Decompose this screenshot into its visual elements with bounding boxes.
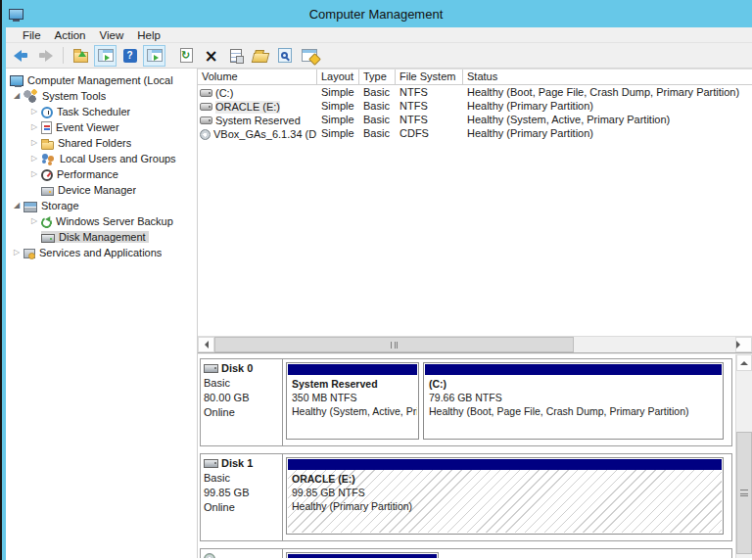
chevron-collapsed-icon[interactable]: ▷ xyxy=(27,135,41,151)
menu-view[interactable]: View xyxy=(93,28,131,42)
partition-color-bar xyxy=(288,364,417,375)
disk-2-label[interactable] xyxy=(201,549,283,558)
sidebar-item-local-users-groups[interactable]: ▷ Local Users and Groups xyxy=(6,151,197,166)
disk-kind: Basic xyxy=(204,376,279,391)
chevron-collapsed-icon[interactable]: ▷ xyxy=(27,213,41,229)
sidebar-item-performance[interactable]: ▷ Performance xyxy=(6,166,197,182)
scrollbar-thumb[interactable] xyxy=(736,432,752,554)
sidebar-item-label: Device Manager xyxy=(58,184,136,196)
table-row[interactable]: VBox_GAs_6.1.34 (D:) Simple Basic CDFS H… xyxy=(198,127,752,141)
sidebar-item-label: Windows Server Backup xyxy=(56,215,173,227)
chevron-expanded-icon[interactable]: ◢ xyxy=(10,88,24,104)
volume-name: VBox_GAs_6.1.34 (D:) xyxy=(213,128,317,141)
drive-icon xyxy=(200,117,212,124)
disk-1-label[interactable]: Disk 1 Basic 99.85 GB Online xyxy=(201,454,283,540)
refresh-button[interactable]: ↻ xyxy=(175,45,198,67)
column-header-layout[interactable]: Layout xyxy=(317,70,359,84)
disk-0-label[interactable]: Disk 0 Basic 80.00 GB Online xyxy=(201,359,283,445)
column-header-volume[interactable]: Volume xyxy=(198,70,317,84)
scroll-up-button[interactable] xyxy=(736,354,752,371)
volume-list-body: (C:) Simple Basic NTFS Healthy (Boot, Pa… xyxy=(198,85,752,336)
thumb-grip xyxy=(391,342,398,349)
console-window-button[interactable] xyxy=(298,45,320,67)
disk-0-partitions: System Reserved 350 MB NTFS Healthy (Sys… xyxy=(283,359,731,445)
scroll-up-icon xyxy=(740,357,748,365)
scroll-right-button[interactable] xyxy=(735,337,752,352)
toolbar-separator xyxy=(63,47,64,64)
help-button[interactable]: ? xyxy=(118,45,141,67)
volume-name: System Reserved xyxy=(215,115,301,127)
disk-name: Disk 0 xyxy=(221,361,253,376)
chevron-expanded-icon[interactable]: ◢ xyxy=(10,198,24,213)
sidebar-item-device-manager[interactable]: Device Manager xyxy=(6,182,197,198)
partition-color-bar xyxy=(288,554,437,558)
find-button[interactable] xyxy=(273,45,296,67)
disk-kind: Basic xyxy=(204,471,279,486)
details-area: Volume Layout Type File System Status (C… xyxy=(198,69,752,558)
up-folder-button[interactable] xyxy=(70,45,92,67)
device-manager-icon xyxy=(41,187,54,196)
console-window-icon xyxy=(302,49,317,62)
partition-c[interactable]: (C:) 79.66 GB NTFS Healthy (Boot, Page F… xyxy=(423,362,724,440)
disk-state: Online xyxy=(204,500,279,515)
console-tree-panel: Computer Management (Local ◢ System Tool… xyxy=(6,69,198,558)
column-header-type[interactable]: Type xyxy=(359,70,396,84)
partition-detail: 350 MB NTFS xyxy=(292,391,413,404)
sidebar-item-event-viewer[interactable]: ▷ Event Viewer xyxy=(6,119,197,135)
window-border xyxy=(2,0,6,560)
back-button[interactable] xyxy=(10,45,32,67)
partition-color-bar xyxy=(425,364,722,375)
partition-system-reserved[interactable]: System Reserved 350 MB NTFS Healthy (Sys… xyxy=(286,362,419,440)
column-header-status[interactable]: Status xyxy=(463,70,752,84)
column-header-file-system[interactable]: File System xyxy=(396,70,463,84)
sidebar-item-task-scheduler[interactable]: ▷ Task Scheduler xyxy=(6,104,197,119)
scrollbar-thumb[interactable] xyxy=(214,337,574,352)
table-row[interactable]: ORACLE (E:) Simple Basic NTFS Healthy (P… xyxy=(198,100,752,114)
partition-color-bar xyxy=(288,459,722,470)
sidebar-item-windows-server-backup[interactable]: ▷ Windows Server Backup xyxy=(6,213,197,229)
menu-action[interactable]: Action xyxy=(48,28,93,42)
disk-row-2-partial xyxy=(200,548,732,558)
sidebar-item-disk-management[interactable]: Disk Management xyxy=(6,229,197,245)
volume-name: (C:) xyxy=(215,87,233,100)
tree-selection: Disk Management xyxy=(41,231,149,243)
drive-icon xyxy=(200,103,212,111)
delete-button[interactable]: × xyxy=(200,45,222,67)
sidebar-item-label: Local Users and Groups xyxy=(60,153,176,164)
menu-help[interactable]: Help xyxy=(130,28,167,42)
disk-1-partitions: ORACLE (E:) 99.85 GB NTFS Healthy (Prima… xyxy=(283,454,731,540)
chevron-collapsed-icon[interactable]: ▷ xyxy=(10,245,24,260)
partition-title: ORACLE (E:) xyxy=(292,472,718,486)
sidebar-item-system-tools[interactable]: ◢ System Tools xyxy=(6,88,197,104)
scrollbar-track[interactable] xyxy=(574,337,735,352)
forward-button[interactable] xyxy=(34,45,57,67)
open-folder-button[interactable] xyxy=(249,45,271,67)
sidebar-item-label: Performance xyxy=(57,168,118,180)
back-arrow-icon xyxy=(14,50,28,62)
sidebar-item-services-applications[interactable]: ▷ Services and Applications xyxy=(6,245,197,260)
sidebar-item-shared-folders[interactable]: ▷ Shared Folders xyxy=(6,135,197,151)
partition-oracle-e[interactable]: ORACLE (E:) 99.85 GB NTFS Healthy (Prima… xyxy=(286,457,724,535)
table-row[interactable]: System Reserved Simple Basic NTFS Health… xyxy=(198,114,752,127)
partition-health: Healthy (System, Active, Primary Partiti… xyxy=(292,404,413,418)
menu-file[interactable]: File xyxy=(16,28,48,42)
cell-file-system: NTFS xyxy=(396,114,463,127)
vertical-scrollbar[interactable] xyxy=(735,354,752,558)
sidebar-item-storage[interactable]: ◢ Storage xyxy=(6,198,197,213)
table-row[interactable]: (C:) Simple Basic NTFS Healthy (Boot, Pa… xyxy=(198,86,752,100)
chevron-collapsed-icon[interactable]: ▷ xyxy=(27,151,41,166)
sidebar-item-label: Event Viewer xyxy=(56,121,119,133)
scroll-left-button[interactable] xyxy=(198,337,214,352)
properties-icon xyxy=(230,49,242,63)
horizontal-scrollbar[interactable] xyxy=(198,336,752,352)
partition-health: Healthy (Boot, Page File, Crash Dump, Pr… xyxy=(429,404,718,418)
toggle-action-pane-button[interactable] xyxy=(143,45,165,67)
toggle-console-tree-button[interactable] xyxy=(94,45,117,67)
partition-dvd[interactable] xyxy=(286,552,439,558)
chevron-collapsed-icon[interactable]: ▷ xyxy=(27,166,41,182)
window-title: Computer Management xyxy=(0,7,752,22)
properties-button[interactable] xyxy=(224,45,247,67)
chevron-collapsed-icon[interactable]: ▷ xyxy=(27,119,41,135)
chevron-collapsed-icon[interactable]: ▷ xyxy=(27,104,41,119)
sidebar-item-computer-management[interactable]: Computer Management (Local xyxy=(6,72,197,88)
